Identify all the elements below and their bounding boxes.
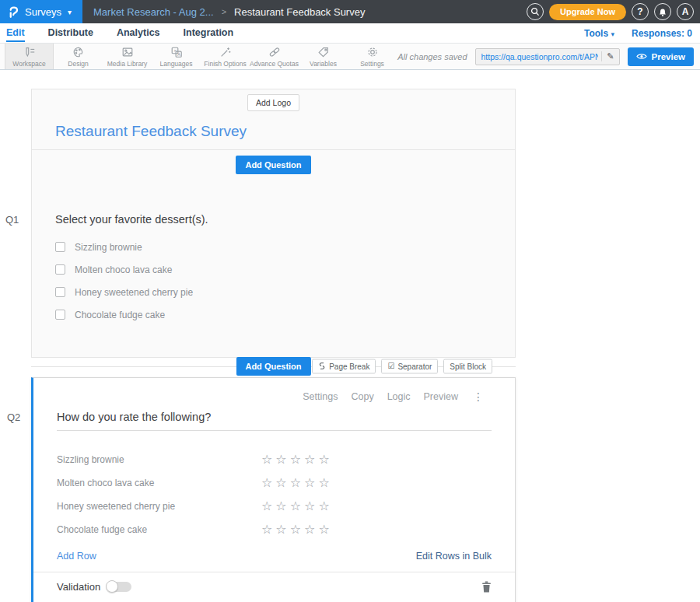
star-icon[interactable]: ☆ <box>290 523 301 536</box>
star-icon[interactable]: ☆ <box>275 477 286 489</box>
star-icon[interactable]: ☆ <box>290 477 301 489</box>
q2-rating-rows: Sizzling brownie ☆ ☆ ☆ ☆ ☆ Molten choco <box>57 448 492 541</box>
add-logo-button[interactable]: Add Logo <box>247 94 299 111</box>
tab-edit[interactable]: Edit <box>6 24 25 42</box>
question-2-toolbar: Settings Copy Logic Preview ⋮ <box>33 378 515 403</box>
question-logic-link[interactable]: Logic <box>387 391 411 402</box>
advance-quotas-icon <box>268 46 281 58</box>
rating-row: Molten choco lava cake ☆ ☆ ☆ ☆ ☆ <box>57 471 492 495</box>
toolbar-item-media-library[interactable]: Media Library <box>103 44 152 69</box>
toolbar-item-workspace[interactable]: Workspace <box>5 44 54 69</box>
checkbox[interactable] <box>55 287 65 297</box>
product-switcher[interactable]: Surveys ▾ <box>0 0 82 23</box>
edit-rows-in-bulk-link[interactable]: Edit Rows in Bulk <box>416 551 492 562</box>
question-copy-link[interactable]: Copy <box>351 391 373 402</box>
star-rating[interactable]: ☆ ☆ ☆ ☆ ☆ <box>261 453 330 466</box>
survey-url-input[interactable] <box>476 52 602 61</box>
checkbox[interactable] <box>55 264 65 275</box>
split-block-button[interactable]: Split Block <box>443 359 492 373</box>
toolbar-item-design[interactable]: Design <box>54 44 103 69</box>
option-label: Honey sweetened cherry pie <box>75 287 193 298</box>
tools-menu[interactable]: Tools ▾ <box>584 28 614 39</box>
tab-integration[interactable]: Integration <box>184 24 234 42</box>
question-2-text[interactable]: How do you rate the following? <box>57 411 492 431</box>
star-icon[interactable]: ☆ <box>261 477 272 489</box>
star-icon[interactable]: ☆ <box>304 500 315 513</box>
help-button[interactable]: ? <box>632 3 649 20</box>
question-2-block[interactable]: Settings Copy Logic Preview ⋮ Q2 How do … <box>31 377 516 602</box>
star-icon[interactable]: ☆ <box>318 523 329 536</box>
star-icon[interactable]: ☆ <box>318 453 329 466</box>
validation-control: Validation <box>57 581 131 593</box>
star-rating[interactable]: ☆ ☆ ☆ ☆ ☆ <box>261 500 330 513</box>
star-icon[interactable]: ☆ <box>290 500 301 513</box>
separator-button[interactable]: ☑ Separator <box>381 359 438 373</box>
star-icon[interactable]: ☆ <box>290 453 301 466</box>
option-label: Sizzling brownie <box>75 242 142 253</box>
add-question-button[interactable]: Add Question <box>236 156 310 174</box>
toolbar-item-advance-quotas[interactable]: Advance Quotas <box>250 44 299 69</box>
toolbar-item-languages[interactable]: ×A Languages <box>152 44 201 69</box>
responses-count[interactable]: Responses: 0 <box>632 28 692 39</box>
breadcrumb-survey-name: Restaurant Feedback Survey <box>234 6 365 18</box>
star-rating[interactable]: ☆ ☆ ☆ ☆ ☆ <box>261 523 330 536</box>
svg-text:×: × <box>173 48 177 53</box>
star-icon[interactable]: ☆ <box>275 523 286 536</box>
preview-button[interactable]: Preview <box>628 47 694 66</box>
toolbar-item-variables[interactable]: Variables <box>299 44 348 69</box>
question-preview-link[interactable]: Preview <box>424 391 458 402</box>
insert-row-top: Add Question Page Break ☑ Separator Spli… <box>31 358 516 374</box>
checkbox-option[interactable]: Honey sweetened cherry pie <box>55 281 492 303</box>
notifications-button[interactable] <box>654 3 671 20</box>
star-icon[interactable]: ☆ <box>304 477 315 489</box>
upgrade-now-button[interactable]: Upgrade Now <box>549 4 626 20</box>
star-icon[interactable]: ☆ <box>318 500 329 513</box>
rating-row-label: Molten choco lava cake <box>57 478 261 488</box>
toolbar-item-settings[interactable]: Settings <box>348 44 397 69</box>
checkbox[interactable] <box>55 242 65 252</box>
checkbox[interactable] <box>55 310 65 320</box>
star-rating[interactable]: ☆ ☆ ☆ ☆ ☆ <box>261 477 330 489</box>
add-question-row-top: Add Question <box>32 150 515 174</box>
chevron-down-icon: ▾ <box>68 8 72 16</box>
star-icon[interactable]: ☆ <box>304 523 315 536</box>
star-icon[interactable]: ☆ <box>261 453 272 466</box>
add-question-button[interactable]: Add Question <box>236 357 310 376</box>
star-icon[interactable]: ☆ <box>318 477 329 489</box>
toolbar-item-finish-options[interactable]: Finish Options <box>201 44 250 69</box>
eye-icon <box>636 53 647 60</box>
edit-url-icon[interactable]: ✎ <box>601 51 618 61</box>
question-1-text[interactable]: Select your favorite dessert(s). <box>55 213 492 226</box>
star-icon[interactable]: ☆ <box>275 500 286 513</box>
tab-distribute[interactable]: Distribute <box>48 24 93 42</box>
workspace-icon <box>23 46 36 58</box>
add-row-link[interactable]: Add Row <box>57 551 96 562</box>
survey-title[interactable]: Restaurant Feedback Survey <box>55 123 492 140</box>
star-icon[interactable]: ☆ <box>304 453 315 466</box>
search-button[interactable] <box>527 3 544 20</box>
more-options-icon[interactable]: ⋮ <box>471 390 485 403</box>
nav-tabs: Edit Distribute Analytics Integration <box>6 24 233 42</box>
questionpro-logo-icon <box>8 5 19 19</box>
page-break-button[interactable]: Page Break <box>312 359 376 373</box>
question-settings-link[interactable]: Settings <box>303 391 338 402</box>
toolbar-right: All changes saved ✎ Preview <box>397 44 700 69</box>
tab-analytics[interactable]: Analytics <box>117 24 160 42</box>
breadcrumb-folder[interactable]: Market Research - Aug 2... <box>93 6 214 18</box>
star-icon[interactable]: ☆ <box>275 453 286 466</box>
svg-text:A: A <box>177 51 180 56</box>
star-icon[interactable]: ☆ <box>261 500 272 513</box>
validation-toggle[interactable] <box>107 582 131 592</box>
trash-icon <box>481 581 492 593</box>
checkbox-option[interactable]: Sizzling brownie <box>55 236 492 258</box>
product-label: Surveys <box>25 6 61 18</box>
app: Surveys ▾ Market Research - Aug 2... > R… <box>0 0 700 602</box>
checkbox-option[interactable]: Chocolate fudge cake <box>55 303 492 326</box>
delete-question-button[interactable] <box>481 581 492 593</box>
bell-icon <box>658 7 667 17</box>
star-icon[interactable]: ☆ <box>261 523 272 536</box>
checkbox-option[interactable]: Molten choco lava cake <box>55 258 492 281</box>
question-1[interactable]: Q1 Select your favorite dessert(s). Sizz… <box>55 213 492 357</box>
chevron-down-icon: ▾ <box>611 30 614 38</box>
account-avatar[interactable]: A <box>677 3 694 20</box>
